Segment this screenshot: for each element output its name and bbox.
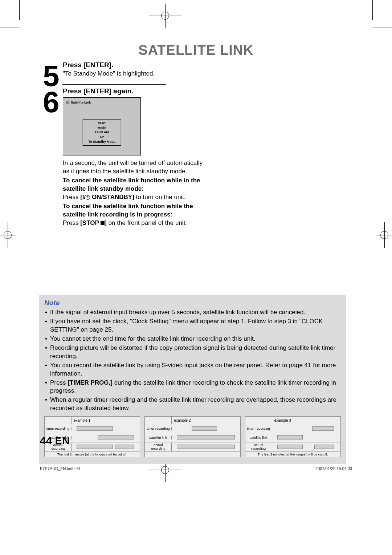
screen-title: Satellite Link xyxy=(71,101,91,104)
ex-lbl: timer recording xyxy=(245,427,272,430)
bar-icon xyxy=(98,435,134,439)
t: ON/STANDBY] xyxy=(90,194,134,200)
t: [I/ xyxy=(80,194,86,200)
bar-icon xyxy=(77,426,113,431)
note-item: You can record the satellite link by usi… xyxy=(44,361,341,378)
ex-lbl: actual recording xyxy=(245,443,272,451)
note-item: If you have not set the clock, "Clock Se… xyxy=(44,317,341,334)
crop-mark-icon xyxy=(372,0,373,20)
timer-prog: [TIMER PROG.] xyxy=(68,379,113,386)
note-item: Recording picture will be distorted if t… xyxy=(44,344,341,361)
ex-lbl: satellite link xyxy=(245,436,272,439)
step-bold: To cancel the satellite link function wh… xyxy=(63,177,200,192)
note-item: When a regular timer recording and the s… xyxy=(44,396,341,413)
bar-icon xyxy=(77,445,113,449)
crop-mark-icon xyxy=(0,28,20,28)
footer-left: E7E7AUD_EN.indb 44 xyxy=(40,466,80,471)
bar-icon xyxy=(192,426,217,431)
crop-mark-icon xyxy=(19,0,20,20)
step-5: 5 Press [ENTER]. "To Standby Mode" is hi… xyxy=(43,61,210,91)
page-lang: EN xyxy=(55,435,70,446)
stop-icon xyxy=(101,221,105,225)
square-icon xyxy=(66,101,69,104)
t: [STOP xyxy=(80,219,101,226)
t: on the front panel of the unit. xyxy=(107,219,187,226)
reg-mark-icon xyxy=(0,235,16,235)
footer-right: 2007/01/29 19:04:00 xyxy=(315,466,352,471)
divider-icon xyxy=(62,84,166,85)
ex-title: example 2 xyxy=(172,418,191,422)
t: Press xyxy=(63,194,80,200)
t: to turn on the unit. xyxy=(134,194,186,200)
reg-mark-icon xyxy=(376,235,392,235)
step-heading: Press [ENTER] again. xyxy=(63,87,210,95)
ex-footer: The first 2 minutes (at the longest) wil… xyxy=(245,451,340,457)
note-list: If the signal of external input breaks u… xyxy=(44,308,341,413)
ex-title: example 3 xyxy=(272,418,291,422)
page-title: SATELLITE LINK xyxy=(0,42,392,58)
bar-icon xyxy=(314,445,334,449)
note-title: Note xyxy=(44,299,341,307)
screen-col: Start xyxy=(93,121,111,126)
note-item: If the signal of external input breaks u… xyxy=(44,308,341,317)
bar-icon xyxy=(277,435,303,439)
screen-val: XP xyxy=(93,135,111,139)
ex-footer xyxy=(145,451,240,457)
reg-mark-icon xyxy=(384,222,385,248)
bar-icon xyxy=(177,445,235,449)
ex-lbl: satellite link xyxy=(145,436,172,439)
page-number: 44 EN xyxy=(40,434,70,447)
step-bold: To cancel the satellite link function wh… xyxy=(63,203,193,218)
page-num-val: 44 xyxy=(40,434,52,446)
power-icon xyxy=(86,195,90,200)
note-item: Press [TIMER PROG.] during the satellite… xyxy=(44,379,341,396)
step-text: "To Standby Mode" is highlighted. xyxy=(63,70,210,78)
screen-val: 12:00 AM xyxy=(93,130,111,135)
example-2: example 2 timer recording satellite link… xyxy=(144,416,240,457)
step-heading: Press [ENTER]. xyxy=(63,61,210,69)
step-6: 6 Press [ENTER] again. Satellite Link St… xyxy=(43,87,210,227)
step-number: 6 xyxy=(43,87,63,117)
bar-icon xyxy=(115,445,134,449)
bar-icon xyxy=(277,445,303,449)
ex-lbl: timer recording xyxy=(45,427,72,430)
ex-title: example 1 xyxy=(72,418,90,422)
example-3: example 3 timer recording satellite link… xyxy=(245,416,341,457)
screen-preview: Satellite Link StartMode 12:00 AMXP To S… xyxy=(63,97,141,155)
reg-mark-icon xyxy=(165,4,166,28)
screen-col: Mode xyxy=(93,126,111,130)
examples-row: example 1 timer recording satellite link… xyxy=(44,416,341,457)
bar-icon xyxy=(177,435,235,439)
reg-mark-icon xyxy=(8,222,8,248)
note-item: You cannot set the end time for the sate… xyxy=(44,335,341,343)
crop-mark-icon xyxy=(372,28,392,28)
ex-lbl: actual recording xyxy=(145,443,172,451)
t: Press xyxy=(63,219,80,226)
step-paragraph: In a second, the unit will be turned off… xyxy=(63,159,210,176)
bar-icon xyxy=(312,426,334,431)
ex-lbl: timer recording xyxy=(145,427,172,430)
ex-footer: The first 2 minutes (at the longest) wil… xyxy=(45,451,140,457)
screen-row: To Standby Mode xyxy=(86,139,117,144)
note-box: Note If the signal of external input bre… xyxy=(39,295,346,464)
